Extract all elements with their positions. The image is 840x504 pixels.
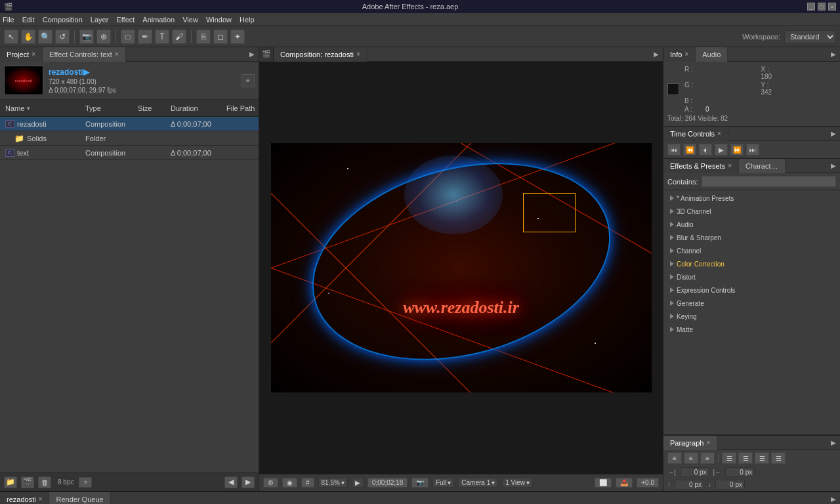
menu-window[interactable]: Window: [206, 16, 232, 24]
comp-grid-button[interactable]: #: [301, 478, 314, 488]
effect-blur-sharpen[interactable]: Blur & Sharpen: [663, 231, 840, 244]
effect-matte[interactable]: Matte: [663, 323, 840, 336]
comp-resolution-dropdown[interactable]: ▶: [352, 478, 364, 488]
tab-effects-presets[interactable]: Effects & Presets ×: [663, 159, 739, 173]
effect-3d-channel[interactable]: 3D Channel: [663, 205, 840, 218]
tab-info-close[interactable]: ×: [684, 51, 688, 58]
menu-effect[interactable]: Effect: [116, 16, 135, 24]
tab-effect-controls-close[interactable]: ×: [115, 51, 119, 58]
tool-brush[interactable]: 🖌: [172, 30, 186, 44]
tool-camera[interactable]: 📷: [79, 30, 94, 44]
workspace-dropdown[interactable]: Standard All Panels Animation Minimal: [784, 30, 836, 43]
tool-rotate[interactable]: ↺: [55, 30, 70, 44]
tool-select[interactable]: ↖: [4, 30, 18, 44]
para-panel-arrow[interactable]: ▶: [827, 439, 840, 446]
effects-search-input[interactable]: [702, 176, 836, 187]
para-justify-all[interactable]: ☰: [771, 452, 786, 464]
menu-help[interactable]: Help: [240, 16, 255, 24]
comp-preview-button[interactable]: ◉: [282, 478, 297, 488]
tab-render-queue[interactable]: Render Queue: [49, 492, 110, 505]
tab-audio[interactable]: Audio: [696, 47, 728, 62]
comp-export-btn[interactable]: 📤: [616, 478, 633, 488]
para-indent-left-input[interactable]: [680, 467, 709, 477]
new-comp-button[interactable]: 🎬: [21, 476, 34, 488]
comp-offset-btn[interactable]: +0.0: [637, 478, 659, 488]
comp-settings-button[interactable]: ⚙: [263, 478, 278, 488]
tab-time-controls[interactable]: Time Controls ×: [663, 127, 728, 141]
col-header-type[interactable]: Type: [85, 104, 138, 112]
maximize-button[interactable]: □: [818, 3, 826, 10]
tab-effects-close[interactable]: ×: [728, 162, 732, 169]
col-header-duration[interactable]: Duration: [171, 104, 226, 112]
comp-panel-arrow[interactable]: ▶: [650, 51, 663, 58]
comp-render-btn[interactable]: ⬜: [595, 478, 612, 488]
project-row-solids[interactable]: 📁 Solids Folder: [0, 131, 259, 146]
tc-first-frame[interactable]: ⏮: [667, 144, 681, 156]
tc-next-step[interactable]: ⏩: [730, 144, 744, 156]
para-align-left[interactable]: ≡: [667, 452, 682, 464]
menu-view[interactable]: View: [182, 16, 198, 24]
quality-dropdown[interactable]: Full ▾: [432, 478, 454, 488]
tab-composition-close[interactable]: ×: [356, 51, 360, 58]
para-indent-right-input[interactable]: [725, 467, 755, 477]
comp-camera-btn[interactable]: 📷: [411, 478, 429, 488]
effect-keying[interactable]: Keying: [663, 310, 840, 323]
project-scroll-left[interactable]: ◀: [224, 476, 238, 488]
delete-button[interactable]: 🗑: [38, 476, 51, 488]
camera-dropdown[interactable]: Camera 1 ▾: [458, 478, 498, 488]
tab-project-close[interactable]: ×: [32, 51, 35, 58]
project-scroll-right[interactable]: ▶: [242, 476, 255, 488]
project-row-rezadosti[interactable]: C rezadosti Composition Δ 0;00;07;00: [0, 117, 259, 131]
effect-color-correction[interactable]: Color Correction: [663, 257, 840, 270]
tab-info[interactable]: Info ×: [663, 47, 696, 62]
tab-rezadosti-timeline[interactable]: rezadosti ×: [0, 492, 49, 505]
tc-play[interactable]: ▶: [715, 144, 728, 156]
info-panel-arrow[interactable]: ▶: [827, 51, 840, 58]
tc-prev-step[interactable]: ⏴: [699, 144, 712, 156]
tool-rect[interactable]: □: [121, 30, 135, 44]
effect-expression-controls[interactable]: Expression Controls: [663, 284, 840, 297]
tool-text[interactable]: T: [155, 30, 169, 44]
effects-panel-arrow[interactable]: ▶: [827, 162, 840, 169]
tab-time-controls-close[interactable]: ×: [717, 130, 721, 137]
effect-channel[interactable]: Channel: [663, 244, 840, 257]
menu-animation[interactable]: Animation: [142, 16, 175, 24]
effect-distort[interactable]: Distort: [663, 270, 840, 284]
tab-paragraph-close[interactable]: ×: [706, 439, 710, 446]
tab-character[interactable]: Charact…: [739, 159, 786, 173]
bpc-dropdown[interactable]: ▾: [79, 477, 92, 488]
para-space-after-input[interactable]: [715, 480, 745, 490]
minimize-button[interactable]: _: [807, 3, 815, 10]
tool-clone[interactable]: ⎘: [196, 30, 211, 44]
timecode-display[interactable]: 0;00;02;18: [368, 478, 408, 488]
menu-layer[interactable]: Layer: [91, 16, 109, 24]
para-align-right[interactable]: ≡: [700, 452, 715, 464]
para-justify-center[interactable]: ☰: [738, 452, 753, 464]
menu-edit[interactable]: Edit: [22, 16, 35, 24]
effect-generate[interactable]: Generate: [663, 297, 840, 310]
col-header-filepath[interactable]: File Path: [226, 104, 259, 112]
tab-rezadosti-close[interactable]: ×: [39, 495, 43, 503]
tc-prev-frame[interactable]: ⏪: [683, 144, 696, 156]
panel-menu-arrow[interactable]: ▶: [245, 51, 259, 58]
tool-puppet[interactable]: ✦: [230, 30, 245, 44]
tool-hand[interactable]: ✋: [21, 30, 35, 44]
effect-animation-presets[interactable]: * Animation Presets: [663, 192, 840, 205]
timeline-panel-arrow[interactable]: ▶: [827, 495, 840, 503]
tool-eraser[interactable]: ◻: [213, 30, 228, 44]
project-row-text[interactable]: C text Composition Δ 0;00;07;00: [0, 146, 259, 160]
tab-paragraph[interactable]: Paragraph ×: [663, 436, 717, 450]
tab-project[interactable]: Project ×: [0, 47, 43, 62]
zoom-dropdown[interactable]: 81.5% ▾: [318, 478, 348, 488]
tc-last-frame[interactable]: ⏭: [746, 144, 759, 156]
para-align-center[interactable]: ≡: [684, 452, 698, 464]
tool-anchor[interactable]: ⊕: [96, 30, 111, 44]
close-button[interactable]: ×: [828, 3, 836, 10]
effect-audio[interactable]: Audio: [663, 218, 840, 231]
col-header-name[interactable]: Name ▾: [0, 104, 85, 112]
new-folder-button[interactable]: 📁: [4, 476, 17, 488]
time-ctrl-arrow[interactable]: ▶: [827, 130, 840, 137]
tab-effect-controls[interactable]: Effect Controls: text ×: [43, 47, 126, 62]
composition-viewer[interactable]: www.rezadosti.ir: [259, 62, 663, 474]
tool-zoom[interactable]: 🔍: [38, 30, 52, 44]
